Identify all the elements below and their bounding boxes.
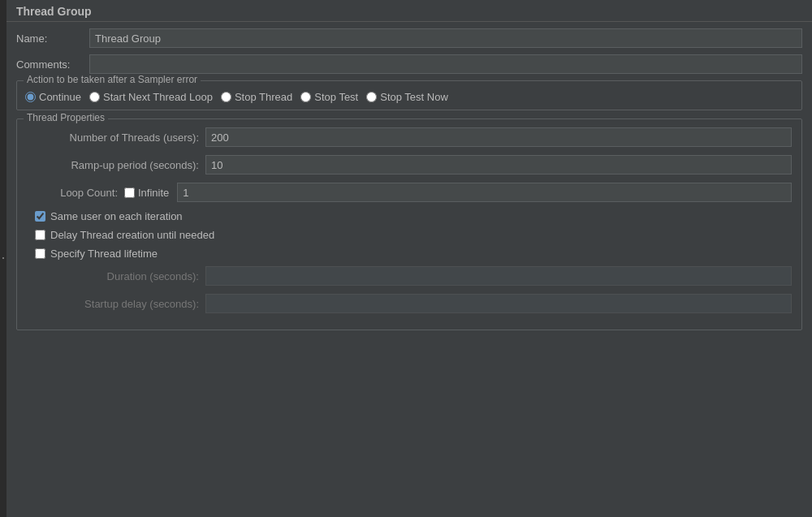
ramp-up-row: Ramp-up period (seconds): — [27, 155, 792, 174]
num-threads-input[interactable] — [205, 127, 792, 147]
radio-stop-thread-input[interactable] — [221, 92, 231, 102]
infinite-label: Infinite — [138, 187, 169, 199]
radio-stop-test-now-input[interactable] — [366, 92, 377, 102]
duration-input[interactable] — [205, 266, 792, 286]
radio-stop-test-label: Stop Test — [314, 91, 358, 103]
sampler-error-legend: Action to be taken after a Sampler error — [24, 74, 201, 85]
radio-stop-thread[interactable]: Stop Thread — [221, 91, 292, 103]
ramp-up-input[interactable] — [205, 155, 792, 174]
same-user-label: Same user on each iteration — [50, 210, 183, 222]
ramp-up-label: Ramp-up period (seconds): — [27, 159, 205, 171]
radio-continue-input[interactable] — [25, 92, 36, 102]
loop-count-label: Loop Count: — [27, 187, 124, 199]
radio-continue[interactable]: Continue — [25, 91, 81, 103]
radio-start-next[interactable]: Start Next Thread Loop — [89, 91, 213, 103]
radio-stop-test-now-label: Stop Test Now — [380, 91, 448, 103]
sampler-error-section: Action to be taken after a Sampler error… — [16, 80, 802, 110]
startup-delay-input[interactable] — [205, 294, 792, 313]
radio-start-next-label: Start Next Thread Loop — [103, 91, 213, 103]
sampler-error-radio-group: Continue Start Next Thread Loop Stop Thr… — [25, 88, 793, 103]
duration-row: Duration (seconds): — [27, 266, 792, 286]
comments-label: Comments: — [16, 58, 89, 71]
num-threads-row: Number of Threads (users): — [27, 127, 792, 147]
title-bar: Thread Group — [6, 0, 812, 22]
page-title: Thread Group — [16, 5, 92, 18]
comments-input[interactable] — [89, 54, 802, 74]
radio-stop-thread-label: Stop Thread — [235, 91, 292, 103]
radio-continue-label: Continue — [39, 91, 81, 103]
content-area: Name: Comments: Action to be taken after… — [6, 22, 812, 345]
delay-thread-row: Delay Thread creation until needed — [27, 229, 792, 241]
specify-lifetime-checkbox[interactable] — [35, 248, 45, 259]
delay-thread-checkbox[interactable] — [35, 230, 45, 240]
comments-row: Comments: — [16, 54, 802, 74]
specify-lifetime-label: Specify Thread lifetime — [50, 248, 158, 260]
num-threads-label: Number of Threads (users): — [27, 131, 205, 144]
left-panel: ⋮ — [0, 0, 6, 517]
same-user-row: Same user on each iteration — [27, 210, 792, 222]
duration-label: Duration (seconds): — [27, 270, 205, 282]
radio-stop-test-now[interactable]: Stop Test Now — [366, 91, 448, 103]
delay-thread-label: Delay Thread creation until needed — [50, 229, 214, 241]
thread-properties-section: Thread Properties Number of Threads (use… — [16, 118, 802, 330]
thread-properties-legend: Thread Properties — [24, 112, 108, 123]
radio-start-next-input[interactable] — [89, 92, 100, 102]
infinite-checkbox-input[interactable] — [124, 187, 135, 198]
radio-stop-test-input[interactable] — [300, 92, 311, 102]
name-input[interactable] — [89, 28, 802, 48]
startup-delay-row: Startup delay (seconds): — [27, 294, 792, 313]
specify-lifetime-row: Specify Thread lifetime — [27, 248, 792, 260]
loop-count-input[interactable] — [177, 183, 792, 202]
name-row: Name: — [16, 28, 802, 48]
loop-count-row: Loop Count: Infinite — [27, 183, 792, 202]
startup-delay-label: Startup delay (seconds): — [27, 298, 205, 310]
name-label: Name: — [16, 32, 89, 45]
radio-stop-test[interactable]: Stop Test — [300, 91, 358, 103]
same-user-checkbox[interactable] — [35, 211, 45, 222]
infinite-checkbox-label[interactable]: Infinite — [124, 187, 169, 199]
